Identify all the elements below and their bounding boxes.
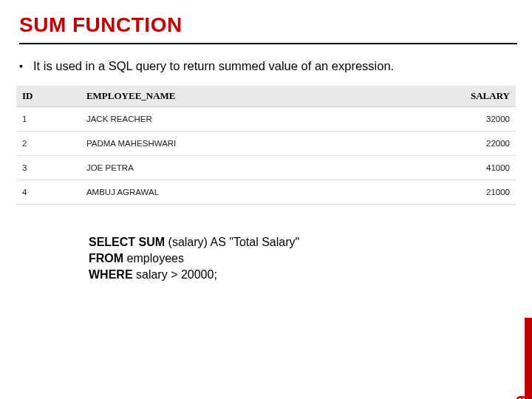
cell-name: JOE PETRA xyxy=(81,156,370,180)
table-header-row: ID EMPLOYEE_NAME SALARY xyxy=(16,86,516,107)
bullet-item: ▪ It is used in a SQL query to return su… xyxy=(0,44,532,81)
bullet-square-icon: ▪ xyxy=(19,58,23,74)
table-row: 4 AMBUJ AGRAWAL 21000 xyxy=(16,180,516,205)
keyword-where: WHERE xyxy=(89,268,133,281)
keyword-from: FROM xyxy=(89,252,123,265)
cell-name: JACK REACHER xyxy=(81,107,370,132)
cell-id: 1 xyxy=(16,107,81,132)
cell-name: PADMA MAHESHWARI xyxy=(81,132,370,156)
select-clause: (salary) AS "Total Salary" xyxy=(165,236,299,248)
bullet-text: It is used in a SQL query to return summ… xyxy=(33,58,394,74)
col-id: ID xyxy=(16,86,81,107)
col-salary: SALARY xyxy=(370,86,516,107)
keyword-select-sum: SELECT SUM xyxy=(89,236,165,248)
sql-query: SELECT SUM (salary) AS "Total Salary" FR… xyxy=(89,234,513,283)
query-line-select: SELECT SUM (salary) AS "Total Salary" xyxy=(89,234,513,250)
table-row: 2 PADMA MAHESHWARI 22000 xyxy=(16,132,516,156)
cell-id: 3 xyxy=(16,156,81,180)
query-line-where: WHERE salary > 20000; xyxy=(89,267,513,283)
cell-salary: 41000 xyxy=(370,156,516,180)
table-row: 1 JACK REACHER 32000 xyxy=(16,107,516,132)
cell-salary: 21000 xyxy=(370,180,516,205)
query-line-from: FROM employees xyxy=(89,250,513,267)
cell-id: 4 xyxy=(16,180,81,205)
slide-title: SUM FUNCTION xyxy=(0,0,532,43)
cell-salary: 22000 xyxy=(370,132,516,156)
page-number: 59 xyxy=(514,395,531,399)
col-employee-name: EMPLOYEE_NAME xyxy=(81,86,370,107)
where-clause: salary > 20000; xyxy=(133,268,217,281)
from-clause: employees xyxy=(123,252,184,265)
cell-name: AMBUJ AGRAWAL xyxy=(81,180,370,205)
cell-salary: 32000 xyxy=(370,107,516,132)
table-row: 3 JOE PETRA 41000 xyxy=(16,156,516,180)
employee-table: ID EMPLOYEE_NAME SALARY 1 JACK REACHER 3… xyxy=(16,86,516,205)
cell-id: 2 xyxy=(16,132,81,156)
accent-side-bar xyxy=(525,318,532,399)
